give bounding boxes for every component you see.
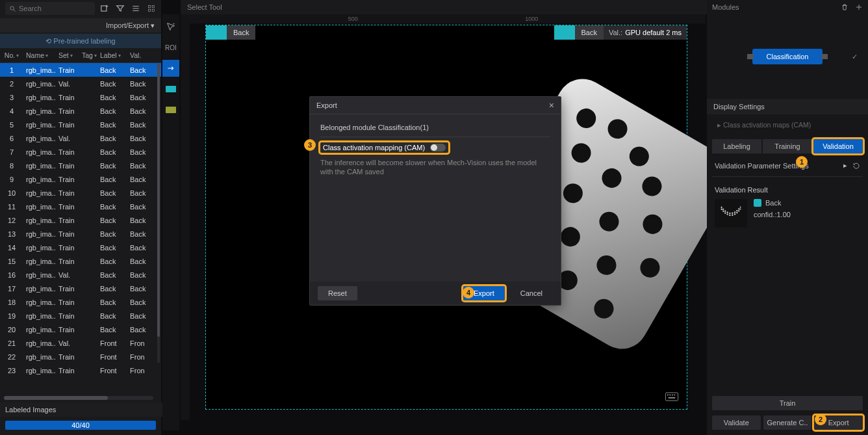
cell-val: Back xyxy=(127,268,152,282)
keyboard-icon[interactable] xyxy=(665,392,679,401)
roi-tool[interactable]: ROI xyxy=(162,39,179,56)
cell-no: 22 xyxy=(0,350,23,363)
cell-no: 7 xyxy=(0,145,23,159)
validate-button[interactable]: Validate xyxy=(712,415,761,430)
image-plus-icon[interactable] xyxy=(100,4,109,13)
history-icon[interactable] xyxy=(852,162,860,170)
result-thumbnail[interactable] xyxy=(715,199,747,228)
table-row[interactable]: 7rgb_ima..TrainBackBack xyxy=(0,145,161,159)
arrow-tool[interactable] xyxy=(162,60,179,77)
cell-tag xyxy=(79,77,97,90)
table-row[interactable]: 18rgb_ima..TrainBackBack xyxy=(0,295,161,309)
plus-icon[interactable] xyxy=(855,3,863,11)
cell-label: Back xyxy=(97,131,127,145)
tab-training[interactable]: Training xyxy=(763,139,812,153)
table-row[interactable]: 4rgb_ima..TrainBackBack xyxy=(0,104,161,118)
table-row[interactable]: 13rgb_ima..TrainBackBack xyxy=(0,227,161,241)
table-row[interactable]: 15rgb_ima..TrainBackBack xyxy=(0,254,161,268)
cell-set: Train xyxy=(56,172,79,186)
search-row: Search xyxy=(0,0,161,17)
table-row[interactable]: 9rgb_ima..TrainBackBack xyxy=(0,172,161,186)
table-row[interactable]: 19rgb_ima..TrainBackBack xyxy=(0,309,161,323)
cell-tag xyxy=(79,104,97,118)
cam-toggle-row[interactable]: Class activation mapping (CAM) xyxy=(320,142,448,153)
cell-set: Train xyxy=(56,90,79,104)
modal-body: Belonged module Classification(1) Class … xyxy=(310,114,561,185)
tag-swatch xyxy=(754,199,761,207)
cell-name: rgb_ima.. xyxy=(23,186,56,200)
table-row[interactable]: 8rgb_ima..TrainBackBack xyxy=(0,159,161,172)
col-no[interactable]: No. xyxy=(0,48,23,62)
cell-set: Train xyxy=(56,241,79,254)
cell-val: Back xyxy=(127,241,152,254)
close-icon[interactable]: × xyxy=(549,100,554,111)
table-row[interactable]: 23rgb_ima..TrainFrontFron xyxy=(0,363,161,375)
cell-val: Back xyxy=(127,118,152,131)
trash-icon[interactable] xyxy=(841,3,849,11)
cell-no: 15 xyxy=(0,254,23,268)
right-header: Modules xyxy=(707,0,868,14)
teal-swatch[interactable] xyxy=(162,81,179,98)
cell-label: Back xyxy=(97,254,127,268)
cell-tag xyxy=(79,268,97,282)
olive-swatch[interactable] xyxy=(162,101,179,118)
table-row[interactable]: 3rgb_ima..TrainBackBack xyxy=(0,90,161,104)
table-row[interactable]: 6rgb_ima..Val.BackBack xyxy=(0,131,161,145)
tab-validation[interactable]: Validation xyxy=(813,139,863,153)
right-panel: Modules Classification ✓ Display Setting… xyxy=(707,0,868,435)
cell-name: rgb_ima.. xyxy=(23,241,56,254)
cell-no: 9 xyxy=(0,172,23,186)
validation-params-row[interactable]: Validation Parameter Settings ▸ xyxy=(707,157,868,174)
filter-icon[interactable] xyxy=(116,4,125,13)
generate-button[interactable]: Generate C.. xyxy=(763,415,812,430)
table-row[interactable]: 16rgb_ima..Val.BackBack xyxy=(0,268,161,282)
reset-button[interactable]: Reset xyxy=(318,286,357,300)
toggle-icon[interactable] xyxy=(430,144,446,152)
col-val[interactable]: Val. xyxy=(127,48,152,62)
select-tool-icon[interactable]: + xyxy=(162,18,179,35)
pretrained-labeling-button[interactable]: ⟲ Pre-trained labeling xyxy=(0,34,161,48)
table-row[interactable]: 21rgb_ima..Val.FrontFron xyxy=(0,336,161,350)
cell-label: Back xyxy=(97,159,127,172)
table-row[interactable]: 1rgb_ima..TrainBackBack xyxy=(0,63,161,77)
table-row[interactable]: 22rgb_ima..TrainFrontFron xyxy=(0,350,161,363)
cell-name: rgb_ima.. xyxy=(23,282,56,295)
cell-val: Fron xyxy=(127,363,152,375)
mode-tabs: Labeling Training Validation xyxy=(712,139,863,153)
cam-maps-row[interactable]: ▸ Class activation maps (CAM) xyxy=(707,114,868,135)
view-tab-left[interactable]: Back xyxy=(206,25,255,40)
classification-module[interactable]: Classification xyxy=(752,49,823,64)
ruler-horizontal: 500 1000 xyxy=(181,14,706,23)
table-row[interactable]: 10rgb_ima..TrainBackBack xyxy=(0,186,161,200)
col-set[interactable]: Set xyxy=(56,48,79,62)
svg-rect-13 xyxy=(669,397,676,399)
table-row[interactable]: 11rgb_ima..TrainBackBack xyxy=(0,200,161,213)
cancel-button[interactable]: Cancel xyxy=(510,286,553,300)
cell-val: Back xyxy=(127,77,152,90)
cell-no: 5 xyxy=(0,118,23,131)
cell-no: 3 xyxy=(0,90,23,104)
cell-label: Back xyxy=(97,295,127,309)
cell-label: Back xyxy=(97,172,127,186)
import-export-button[interactable]: Import/Export ▾ xyxy=(0,18,161,33)
tab-labeling[interactable]: Labeling xyxy=(712,139,761,153)
view-tab-right[interactable]: Back Val.:GPU default 2 ms xyxy=(554,25,687,40)
table-row[interactable]: 14rgb_ima..TrainBackBack xyxy=(0,241,161,254)
col-tag[interactable]: Tag xyxy=(79,48,97,62)
grid-icon[interactable] xyxy=(147,4,156,13)
col-label[interactable]: Label xyxy=(97,48,127,62)
table-row[interactable]: 2rgb_ima..Val.BackBack xyxy=(0,77,161,90)
table-row[interactable]: 17rgb_ima..TrainBackBack xyxy=(0,282,161,295)
table-row[interactable]: 5rgb_ima..TrainBackBack xyxy=(0,118,161,131)
col-name[interactable]: Name xyxy=(23,48,56,62)
train-button[interactable]: Train xyxy=(712,396,863,410)
search-input[interactable]: Search xyxy=(5,2,95,15)
modal-title-text: Export xyxy=(316,101,337,109)
h-scrollbar[interactable] xyxy=(4,396,153,400)
table-row[interactable]: 20rgb_ima..TrainBackBack xyxy=(0,323,161,336)
table-row[interactable]: 12rgb_ima..TrainBackBack xyxy=(0,213,161,227)
cell-no: 16 xyxy=(0,268,23,282)
cell-val: Back xyxy=(127,309,152,323)
v-scrollbar[interactable] xyxy=(157,64,160,363)
list-icon[interactable] xyxy=(131,4,140,13)
